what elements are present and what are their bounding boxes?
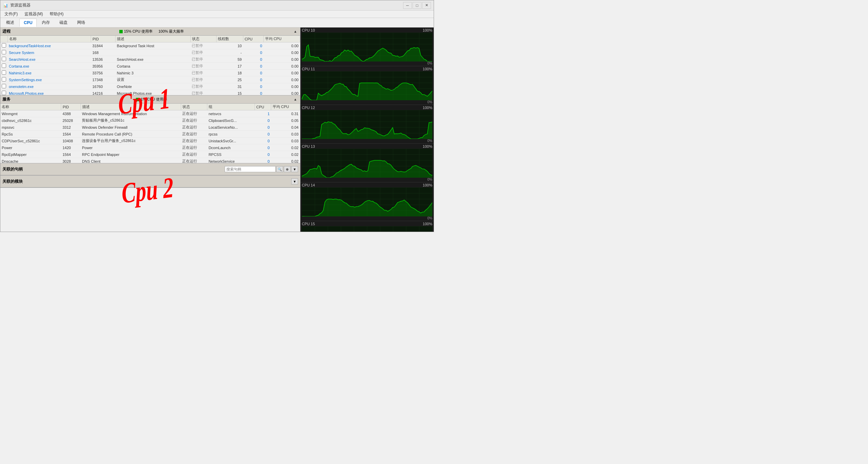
- svc-desc: Remote Procedure Call (RPC): [81, 131, 181, 138]
- cpu11-label: CPU 11: [302, 67, 315, 71]
- maximize-button[interactable]: □: [413, 2, 421, 9]
- modules-section: 关联的模块 ▼: [0, 176, 300, 188]
- row-checkbox[interactable]: [2, 43, 6, 48]
- proc-avgcpu: 0.00: [263, 42, 300, 49]
- proc-cpu: 0: [243, 83, 263, 90]
- proc-cpu: 0: [243, 42, 263, 49]
- row-checkbox[interactable]: [2, 50, 6, 54]
- table-row[interactable]: Cortana.exe 35956 Cortana 已暂停 17 0 0.00: [0, 63, 300, 70]
- proc-status: 已暂停: [190, 83, 216, 90]
- table-row[interactable]: Dnscache 3028 DNS Client 正在运行 NetworkSer…: [0, 158, 300, 163]
- cpu-indicator-services: [136, 98, 139, 101]
- handles-section: 关联的句柄 🔍 ⊕ ▼: [0, 163, 300, 176]
- tab-memory[interactable]: 内存: [37, 18, 54, 27]
- cpu15-label: CPU 15: [302, 222, 315, 226]
- svc-avgcpu: 0.02: [271, 144, 300, 151]
- handles-header[interactable]: 关联的句柄 🔍 ⊕ ▼: [0, 163, 300, 175]
- processes-header[interactable]: 进程 15% CPU 使用率 100% 最大频率 ▲: [0, 28, 300, 36]
- cpu11-canvas: [302, 71, 432, 100]
- proc-pid: 31844: [91, 42, 116, 49]
- menu-help[interactable]: 帮助(H): [47, 11, 66, 18]
- proc-avgcpu: 0.00: [263, 90, 300, 95]
- proc-cpu: 0: [243, 63, 263, 70]
- row-checkbox[interactable]: [2, 91, 6, 95]
- proc-name: Microsoft.Photos.exe: [7, 90, 91, 95]
- row-checkbox[interactable]: [2, 70, 6, 75]
- proc-name: onenotetm.exe: [7, 83, 91, 90]
- title-bar: 📊 资源监视器 ─ □ ✕: [0, 0, 434, 11]
- row-checkbox[interactable]: [2, 64, 6, 68]
- svc-name: cbdhsvc_c52861c: [0, 117, 61, 124]
- close-button[interactable]: ✕: [422, 2, 431, 9]
- proc-avgcpu: 0.00: [263, 56, 300, 63]
- modules-collapse-btn[interactable]: ▼: [291, 178, 298, 184]
- cpu-graph-15: CPU 15 100% 0%: [300, 221, 434, 232]
- proc-pid: 35956: [91, 63, 116, 70]
- tab-network[interactable]: 网络: [73, 18, 90, 27]
- col-name-h: 名称: [7, 36, 91, 42]
- row-checkbox[interactable]: [2, 84, 6, 88]
- svc-pid: 1564: [61, 131, 81, 138]
- svc-status: 正在运行: [181, 117, 207, 124]
- table-row[interactable]: RpcSs 1564 Remote Procedure Call (RPC) 正…: [0, 131, 300, 138]
- row-checkbox[interactable]: [2, 77, 6, 82]
- cpu14-zero: 0%: [302, 216, 432, 220]
- search-handles-input[interactable]: [225, 166, 276, 172]
- table-row[interactable]: Secure System 168 已暂停 - 0 0.00: [0, 49, 300, 56]
- tab-cpu[interactable]: CPU: [19, 19, 37, 27]
- proc-avgcpu: 0.00: [263, 49, 300, 56]
- tab-overview[interactable]: 概述: [2, 18, 19, 27]
- services-collapse-btn[interactable]: ▲: [293, 97, 298, 102]
- table-row[interactable]: cbdhsvc_c52861c 25028 剪贴板用户服务_c52861c 正在…: [0, 117, 300, 124]
- svc-avgcpu: 0.03: [271, 131, 300, 138]
- proc-desc: Microsoft.Photos.exe: [116, 90, 190, 95]
- proc-avgcpu: 0.00: [263, 76, 300, 83]
- table-row[interactable]: RpcEptMapper 1564 RPC Endpoint Mapper 正在…: [0, 151, 300, 158]
- table-row[interactable]: Nahimic3.exe 33756 Nahimic 3 已暂停 18 0 0.…: [0, 70, 300, 76]
- table-row[interactable]: SearchHost.exe 13536 SearchHost.exe 已暂停 …: [0, 56, 300, 63]
- cpu13-pct: 100%: [423, 144, 432, 148]
- table-row[interactable]: Winmgmt 4388 Windows Management Instrume…: [0, 110, 300, 117]
- table-row[interactable]: onenotetm.exe 16760 OneNote 已暂停 31 0 0.0…: [0, 83, 300, 90]
- proc-cpu: 0: [243, 56, 263, 63]
- cpu-graph-11: CPU 11 100% 0%: [300, 66, 434, 105]
- table-row[interactable]: Microsoft.Photos.exe 14216 Microsoft.Pho…: [0, 90, 300, 95]
- menu-file[interactable]: 文件(F): [2, 11, 20, 18]
- svc-col-name-h: 名称: [0, 104, 61, 110]
- row-checkbox[interactable]: [2, 57, 6, 61]
- search-handles-button[interactable]: 🔍: [276, 166, 283, 172]
- proc-name: SearchHost.exe: [7, 56, 91, 63]
- table-row[interactable]: mpssvc 3312 Windows Defender Firewall 正在…: [0, 124, 300, 131]
- services-table-container[interactable]: 名称 PID 描述 状态 组 CPU 平均 CPU Winmgmt 4388: [0, 104, 300, 163]
- minimize-button[interactable]: ─: [403, 2, 412, 9]
- svc-cpu: 0: [255, 151, 271, 158]
- proc-pid: 168: [91, 49, 116, 56]
- search-handles-go[interactable]: ⊕: [284, 166, 291, 172]
- svc-group: netsvcs: [207, 110, 255, 117]
- services-header[interactable]: 服务 1% CPU 使用率 ▲: [0, 95, 300, 104]
- handles-collapse-btn[interactable]: ▼: [291, 166, 298, 172]
- table-row[interactable]: CDPUserSvc_c52861c 10408 连接设备平台用户服务_c528…: [0, 138, 300, 144]
- modules-header[interactable]: 关联的模块 ▼: [0, 176, 300, 188]
- tab-disk[interactable]: 磁盘: [55, 18, 72, 27]
- table-row[interactable]: backgroundTaskHost.exe 31844 Background …: [0, 42, 300, 49]
- menu-monitor[interactable]: 监视器(M): [22, 11, 46, 18]
- cpu11-pct: 100%: [423, 67, 432, 71]
- svc-name: RpcEptMapper: [0, 151, 61, 158]
- processes-table-container[interactable]: 名称 PID 描述 状态 线程数 CPU 平均 CPU backgroundTa…: [0, 36, 300, 95]
- processes-collapse-btn[interactable]: ▲: [293, 29, 298, 34]
- proc-status: 已暂停: [190, 76, 216, 83]
- table-row[interactable]: Power 1420 Power 正在运行 DcomLaunch 0 0.02: [0, 144, 300, 151]
- table-row[interactable]: SystemSettings.exe 17348 设置 已暂停 25 0 0.0…: [0, 76, 300, 83]
- svc-group: ClipboardSvcG...: [207, 117, 255, 124]
- svc-cpu: 1: [255, 110, 271, 117]
- cpu10-zero: 0%: [302, 61, 432, 65]
- svc-cpu: 0: [255, 124, 271, 131]
- svc-group: RPCSS: [207, 151, 255, 158]
- proc-desc: SearchHost.exe: [116, 56, 190, 63]
- cpu-indicator-processes: [119, 30, 123, 33]
- svc-pid: 3312: [61, 124, 81, 131]
- svc-desc: 剪贴板用户服务_c52861c: [81, 117, 181, 124]
- proc-pid: 33756: [91, 70, 116, 76]
- svc-col-desc-h: 描述: [81, 104, 181, 110]
